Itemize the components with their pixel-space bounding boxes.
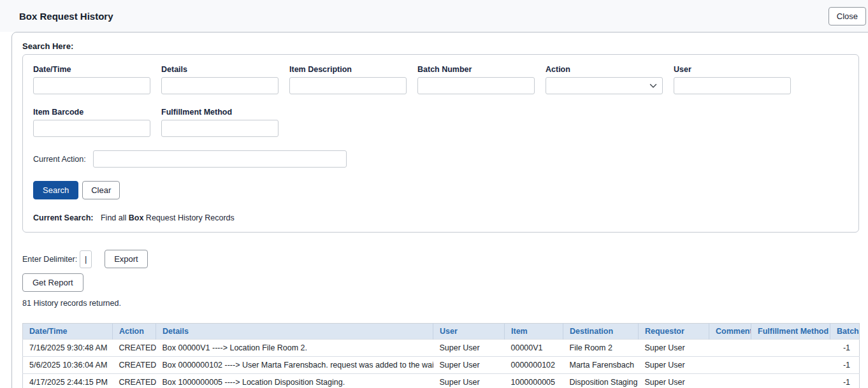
- search-fields-row-2: Item Barcode Fulfillment Method: [33, 108, 848, 137]
- cell-user: Super User: [433, 357, 505, 374]
- current-search-text-prefix: Find all: [101, 213, 126, 222]
- cell-requestor: Super User: [639, 340, 709, 357]
- col-header-batch[interactable]: Batch: [830, 324, 860, 340]
- col-header-action[interactable]: Action: [113, 324, 156, 340]
- cell-item: 00000V1: [505, 340, 563, 357]
- clear-button[interactable]: Clear: [82, 181, 120, 199]
- item-description-input[interactable]: [289, 77, 407, 94]
- batch-number-label: Batch Number: [417, 65, 535, 74]
- field-batch-number: Batch Number: [417, 65, 535, 94]
- cell-comment: [709, 357, 751, 374]
- user-label: User: [674, 65, 791, 74]
- cell-action: CREATED: [113, 374, 156, 388]
- delimiter-input[interactable]: [80, 250, 92, 268]
- col-header-fulfillment-method[interactable]: Fulfillment Method: [751, 324, 830, 340]
- cell-destination: Disposition Staging: [563, 374, 639, 388]
- records-returned-text: 81 History records returned.: [22, 299, 868, 308]
- current-search-bold-term: Box: [129, 213, 144, 222]
- delimiter-row: Enter Delimiter: Export: [22, 250, 868, 268]
- cell-date-time: 5/6/2025 10:36:04 AM: [23, 357, 113, 374]
- field-date-time: Date/Time: [33, 65, 150, 94]
- cell-user: Super User: [433, 340, 505, 357]
- cell-fulfillment-method: [751, 357, 830, 374]
- cell-details: Box 00000V1 ----> Location File Room 2.: [156, 340, 433, 357]
- fulfillment-method-input[interactable]: [161, 120, 278, 137]
- cell-requestor: Super User: [639, 374, 709, 388]
- col-header-item[interactable]: Item: [505, 324, 563, 340]
- delimiter-label: Enter Delimiter:: [22, 255, 77, 264]
- field-item-barcode: Item Barcode: [33, 108, 150, 137]
- details-input[interactable]: [161, 77, 278, 94]
- col-header-user[interactable]: User: [433, 324, 505, 340]
- current-search-line: Current Search: Find all Box Request His…: [33, 213, 848, 222]
- current-search-label: Current Search:: [33, 213, 93, 222]
- field-action: Action: [546, 65, 663, 94]
- history-table: Date/Time Action Details User Item Desti…: [22, 323, 860, 388]
- cell-item: 0000000102: [505, 357, 563, 374]
- search-buttons-row: Search Clear: [33, 181, 848, 199]
- field-details: Details: [161, 65, 278, 94]
- col-header-comment[interactable]: Comment: [709, 324, 751, 340]
- cell-batch: -1: [830, 357, 860, 374]
- cell-details: Box 0000000102 ----> User Marta Farensba…: [156, 357, 433, 374]
- details-label: Details: [161, 65, 278, 74]
- close-button[interactable]: Close: [828, 7, 866, 25]
- date-time-input[interactable]: [33, 77, 150, 94]
- fulfillment-method-label: Fulfillment Method: [161, 108, 278, 117]
- field-user: User: [674, 65, 791, 94]
- cell-user: Super User: [433, 374, 505, 388]
- search-fields-row-1: Date/Time Details Item Description Batch…: [33, 65, 848, 94]
- col-header-destination[interactable]: Destination: [563, 324, 639, 340]
- cell-action: CREATED: [113, 340, 156, 357]
- field-item-description: Item Description: [289, 65, 407, 94]
- cell-comment: [709, 374, 751, 388]
- user-input[interactable]: [674, 77, 791, 94]
- cell-item: 1000000005: [505, 374, 563, 388]
- table-row[interactable]: 4/17/2025 2:44:15 PM CREATED Box 1000000…: [23, 374, 860, 388]
- cell-requestor: Super User: [639, 357, 709, 374]
- current-action-label: Current Action:: [33, 155, 86, 164]
- col-header-requestor[interactable]: Requestor: [639, 324, 709, 340]
- cell-details: Box 1000000005 ----> Location Dispositio…: [156, 374, 433, 388]
- item-description-label: Item Description: [289, 65, 407, 74]
- cell-date-time: 4/17/2025 2:44:15 PM: [23, 374, 113, 388]
- col-header-details[interactable]: Details: [156, 324, 433, 340]
- current-action-input[interactable]: [93, 150, 347, 168]
- cell-action: CREATED: [113, 357, 156, 374]
- export-button[interactable]: Export: [105, 250, 148, 268]
- search-section-label: Search Here:: [22, 41, 868, 51]
- table-row[interactable]: 7/16/2025 9:30:48 AM CREATED Box 00000V1…: [23, 340, 860, 357]
- date-time-label: Date/Time: [33, 65, 150, 74]
- main-container: Search Here: Date/Time Details Item Desc…: [11, 32, 868, 388]
- current-search-text-suffix: Request History Records: [146, 213, 235, 222]
- item-barcode-input[interactable]: [33, 120, 150, 137]
- cell-destination: Marta Farensbach: [563, 357, 639, 374]
- cell-fulfillment-method: [751, 374, 830, 388]
- table-header-row: Date/Time Action Details User Item Desti…: [23, 324, 860, 340]
- get-report-button[interactable]: Get Report: [22, 273, 83, 292]
- cell-batch: -1: [830, 340, 860, 357]
- col-header-date-time[interactable]: Date/Time: [23, 324, 113, 340]
- action-label: Action: [546, 65, 663, 74]
- cell-batch: -1: [830, 374, 860, 388]
- cell-date-time: 7/16/2025 9:30:48 AM: [23, 340, 113, 357]
- page-title: Box Request History: [19, 11, 113, 22]
- field-fulfillment-method: Fulfillment Method: [161, 108, 278, 137]
- batch-number-input[interactable]: [417, 77, 535, 94]
- search-panel: Date/Time Details Item Description Batch…: [22, 54, 859, 233]
- cell-fulfillment-method: [751, 340, 830, 357]
- cell-destination: File Room 2: [563, 340, 639, 357]
- header-bar: Box Request History Close: [0, 0, 868, 32]
- table-row[interactable]: 5/6/2025 10:36:04 AM CREATED Box 0000000…: [23, 357, 860, 374]
- item-barcode-label: Item Barcode: [33, 108, 150, 117]
- action-select[interactable]: [546, 77, 663, 94]
- current-action-row: Current Action:: [33, 150, 848, 168]
- search-button[interactable]: Search: [33, 181, 78, 199]
- cell-comment: [709, 340, 751, 357]
- chevron-down-icon: [649, 83, 657, 89]
